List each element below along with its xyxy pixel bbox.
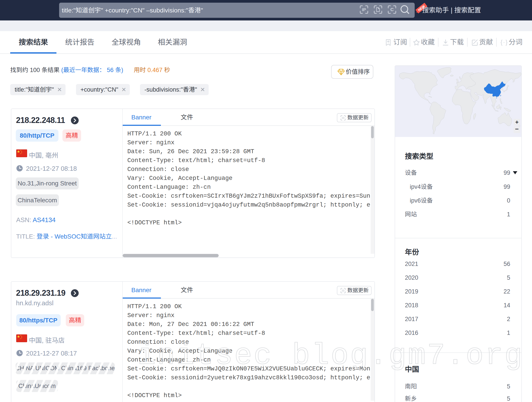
svg-text:C: C — [390, 7, 393, 12]
svg-text:IP: IP — [362, 7, 366, 12]
